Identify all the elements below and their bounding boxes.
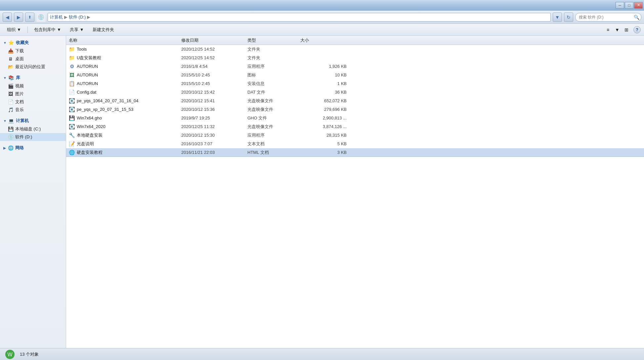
file-size: 10 KB [300,72,347,77]
up-button[interactable]: ⬆ [25,13,34,22]
library-label: 库 [16,75,20,81]
col-header-type[interactable]: 类型 [247,37,300,43]
file-name: AUTORUN [77,72,98,77]
file-name: 本地硬盘安装 [77,132,103,138]
file-date: 2019/9/7 19:25 [181,115,247,120]
file-size: 3 KB [300,150,347,155]
images-label: 图片 [15,91,24,97]
library-icon: 📚 [9,75,14,80]
sidebar-item-music[interactable]: 🎵 音乐 [0,106,66,114]
sidebar-header-favorites[interactable]: ▼ ⭐ 收藏夹 [0,38,66,47]
table-row[interactable]: 📋 AUTORUN 2015/5/10 2:45 安装信息 1 KB [66,79,644,88]
sidebar-item-c-drive[interactable]: 💾 本地磁盘 (C:) [0,125,66,133]
videos-icon: 🎬 [8,83,13,89]
include-library-button[interactable]: 包含到库中 ▼ [30,25,65,34]
file-type: 文本文档 [247,141,300,147]
view-dropdown-button[interactable]: ▼ [613,25,622,34]
docs-icon: 📄 [8,99,13,105]
table-row[interactable]: 📄 Config.dat 2020/10/12 15:42 DAT 文件 36 … [66,88,644,97]
sidebar-section-library: ▼ 📚 库 🎬 视频 🖼 图片 📄 文档 🎵 音乐 [0,73,66,114]
minimize-button[interactable]: ─ [616,2,624,9]
file-list: 📁 Tools 2020/12/25 14:52 文件夹 📁 U盘安装教程 20… [66,45,644,348]
path-separator-1: ▶ [64,15,67,20]
network-icon: 🌐 [8,145,13,151]
sidebar-section-computer: ▼ 💻 计算机 💾 本地磁盘 (C:) 💿 软件 (D:) [0,116,66,141]
table-row[interactable]: 💽 pe_yqs_1064_20_07_31_16_04 2020/10/12 … [66,97,644,105]
file-size: 1,926 KB [300,64,347,69]
col-header-name[interactable]: 名称 [69,37,181,43]
main-layout: ▼ ⭐ 收藏夹 📥 下载 🖥 桌面 📂 最近访问的位置 ▼ 📚 库 [0,36,644,348]
file-name: Win7x64.gho [77,115,102,120]
address-path[interactable]: 计算机 ▶ 软件 (D:) ▶ [48,13,551,22]
table-row[interactable]: ⚙ AUTORUN 2016/1/8 4:54 应用程序 1,926 KB [66,62,644,71]
downloads-label: 下载 [15,48,24,54]
col-header-date[interactable]: 修改日期 [181,37,247,43]
table-row[interactable]: 📁 U盘安装教程 2020/12/25 14:52 文件夹 [66,54,644,62]
images-icon: 🖼 [8,91,13,97]
file-size: 1 KB [300,81,347,86]
table-row[interactable]: 🖼 AUTORUN 2015/5/10 2:45 图标 10 KB [66,71,644,79]
help-button[interactable]: ? [633,26,641,33]
file-date: 2016/11/21 22:03 [181,150,247,155]
file-type: 应用程序 [247,132,300,138]
computer-icon: 💻 [9,118,14,123]
table-row[interactable]: 📁 Tools 2020/12/25 14:52 文件夹 [66,45,644,54]
share-button[interactable]: 共享 ▼ [66,25,88,34]
sidebar-item-d-drive[interactable]: 💿 软件 (D:) [0,133,66,141]
file-date: 2020/12/25 14:52 [181,55,247,60]
file-icon: 🔧 [69,132,75,138]
sidebar-header-computer[interactable]: ▼ 💻 计算机 [0,116,66,125]
c-drive-icon: 💾 [8,126,13,132]
sidebar-header-library[interactable]: ▼ 📚 库 [0,73,66,82]
col-header-size[interactable]: 大小 [300,37,347,43]
search-input[interactable] [575,13,641,22]
close-button[interactable]: ✕ [634,2,643,9]
sidebar-item-videos[interactable]: 🎬 视频 [0,82,66,90]
maximize-button[interactable]: □ [625,2,633,9]
organize-button[interactable]: 组织 ▼ [3,25,25,34]
table-row[interactable]: 🔧 本地硬盘安装 2020/10/12 15:30 应用程序 28,315 KB [66,131,644,140]
sidebar-item-docs[interactable]: 📄 文档 [0,98,66,106]
table-row[interactable]: 💽 Win7x64_2020 2020/12/25 11:32 光盘映像文件 3… [66,122,644,131]
file-size: 36 KB [300,90,347,95]
sidebar-header-network[interactable]: ▶ 🌐 网络 [0,144,66,152]
file-icon: 💽 [69,107,75,112]
file-type: DAT 文件 [247,89,300,95]
refresh-button[interactable]: ↻ [564,13,573,22]
sidebar-item-recent[interactable]: 📂 最近访问的位置 [0,63,66,71]
file-type: HTML 文档 [247,150,300,156]
recent-icon: 📂 [8,64,13,69]
statusbar: W 13 个对象 [0,348,644,360]
file-name: AUTORUN [77,81,98,86]
desktop-label: 桌面 [15,56,24,62]
sidebar-item-downloads[interactable]: 📥 下载 [0,47,66,55]
table-row[interactable]: 💾 Win7x64.gho 2019/9/7 19:25 GHO 文件 2,90… [66,114,644,122]
back-button[interactable]: ◀ [3,13,12,22]
table-row[interactable]: 💽 pe_yqs_xp_20_07_31_15_53 2020/10/12 15… [66,105,644,114]
path-computer[interactable]: 计算机 [50,14,63,20]
path-separator-2: ▶ [87,15,90,20]
file-name: 硬盘安装教程 [77,150,103,156]
table-row[interactable]: 🌐 硬盘安装教程 2016/11/21 22:03 HTML 文档 3 KB [66,148,644,157]
preview-button[interactable]: ⊞ [622,25,631,34]
music-label: 音乐 [15,107,24,113]
forward-button[interactable]: ▶ [14,13,23,22]
file-type: 图标 [247,72,300,78]
file-icon: 🌐 [69,150,75,156]
column-headers: 名称 修改日期 类型 大小 [66,36,644,45]
file-area: 名称 修改日期 类型 大小 📁 Tools 2020/12/25 14:52 文… [66,36,644,348]
file-name: U盘安装教程 [77,55,101,61]
new-folder-button[interactable]: 新建文件夹 [89,25,118,34]
sidebar-item-images[interactable]: 🖼 图片 [0,90,66,98]
library-arrow: ▼ [3,76,7,80]
table-row[interactable]: 📝 光盘说明 2016/10/23 7:07 文本文档 5 KB [66,140,644,148]
view-list-button[interactable]: ≡ [604,25,612,34]
d-drive-icon: 💿 [8,134,13,140]
search-icon[interactable]: 🔍 [634,15,639,20]
path-drive[interactable]: 软件 (D:) [69,14,86,20]
favorites-icon: ⭐ [9,40,14,45]
dropdown-button[interactable]: ▼ [553,13,562,22]
file-type: 应用程序 [247,64,300,69]
status-app-icon: W [4,348,16,360]
sidebar-item-desktop[interactable]: 🖥 桌面 [0,55,66,63]
